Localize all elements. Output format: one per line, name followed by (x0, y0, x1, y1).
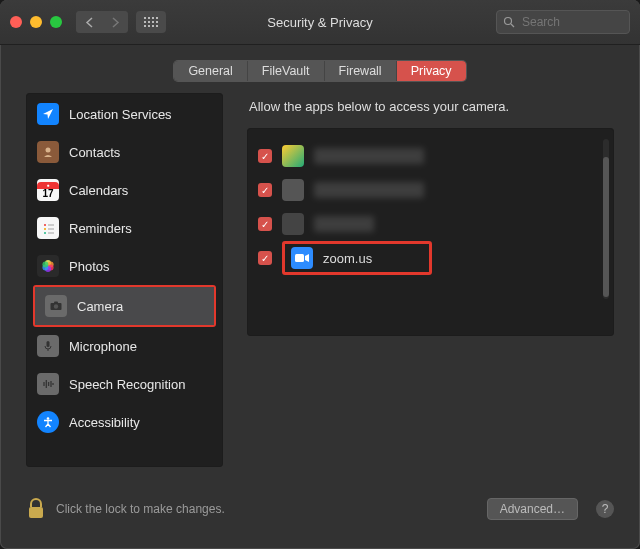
app-name-redacted (314, 216, 374, 232)
svg-rect-2 (152, 17, 154, 19)
svg-rect-3 (156, 17, 158, 19)
calendar-icon: ● 17 (37, 179, 59, 201)
svg-point-19 (44, 232, 46, 234)
svg-point-15 (44, 224, 46, 226)
search-input[interactable] (520, 14, 623, 30)
svg-rect-9 (148, 25, 150, 27)
app-checkbox[interactable]: ✓ (258, 217, 272, 231)
app-icon-redacted (282, 179, 304, 201)
location-arrow-icon (37, 103, 59, 125)
lock-button[interactable] (26, 497, 46, 521)
lock-hint: Click the lock to make changes. (56, 502, 225, 516)
help-button[interactable]: ? (596, 500, 614, 518)
photos-icon (37, 255, 59, 277)
sidebar-item-camera[interactable]: Camera (35, 287, 214, 325)
camera-highlight: Camera (33, 285, 216, 327)
svg-rect-10 (152, 25, 154, 27)
svg-rect-38 (295, 254, 304, 262)
search-icon (503, 16, 515, 28)
sidebar-item-label: Camera (77, 299, 123, 314)
footer: Click the lock to make changes. Advanced… (0, 479, 640, 529)
app-icon-redacted (282, 213, 304, 235)
sidebar-item-location-services[interactable]: Location Services (27, 95, 222, 133)
titlebar: Security & Privacy (0, 0, 640, 45)
sidebar-item-contacts[interactable]: Contacts (27, 133, 222, 171)
svg-rect-16 (48, 224, 54, 225)
app-row[interactable]: ✓ (258, 207, 597, 241)
app-row[interactable]: ✓ (258, 139, 597, 173)
speech-recognition-icon (37, 373, 59, 395)
app-list-scrollbar[interactable] (603, 139, 609, 299)
tab-filevault[interactable]: FileVault (248, 61, 325, 81)
reminders-icon (37, 217, 59, 239)
app-checkbox[interactable]: ✓ (258, 149, 272, 163)
sidebar-item-label: Accessibility (69, 415, 140, 430)
sidebar-item-label: Contacts (69, 145, 120, 160)
preferences-window: Security & Privacy General FileVault Fir… (0, 0, 640, 549)
zoom-icon (291, 247, 313, 269)
svg-rect-6 (152, 21, 154, 23)
svg-rect-0 (144, 17, 146, 19)
app-row[interactable]: ✓ (258, 173, 597, 207)
svg-point-17 (44, 228, 46, 230)
search-field[interactable] (496, 10, 630, 34)
camera-app-list: ✓ ✓ ✓ ✓ (247, 128, 614, 336)
svg-rect-30 (47, 341, 50, 347)
tab-firewall[interactable]: Firewall (325, 61, 397, 81)
svg-rect-18 (48, 228, 54, 229)
close-window-button[interactable] (10, 16, 22, 28)
app-checkbox[interactable]: ✓ (258, 183, 272, 197)
svg-rect-1 (148, 17, 150, 19)
sidebar-item-microphone[interactable]: Microphone (27, 327, 222, 365)
tab-privacy[interactable]: Privacy (397, 61, 466, 81)
svg-rect-28 (54, 302, 58, 304)
tab-general[interactable]: General (174, 61, 247, 81)
sidebar-item-label: Calendars (69, 183, 128, 198)
sidebar-item-photos[interactable]: Photos (27, 247, 222, 285)
sidebar-item-label: Microphone (69, 339, 137, 354)
window-controls (10, 16, 62, 28)
minimize-window-button[interactable] (30, 16, 42, 28)
sidebar-item-reminders[interactable]: Reminders (27, 209, 222, 247)
advanced-button[interactable]: Advanced… (487, 498, 578, 520)
privacy-sidebar: Location Services Contacts ● 17 Calendar… (26, 93, 223, 467)
zoom-highlight: zoom.us (282, 241, 432, 275)
app-icon-redacted (282, 145, 304, 167)
svg-point-12 (505, 18, 512, 25)
tab-bar: General FileVault Firewall Privacy (0, 45, 640, 93)
content-pane: Allow the apps below to access your came… (247, 93, 614, 467)
app-checkbox[interactable]: ✓ (258, 251, 272, 265)
svg-point-29 (54, 304, 58, 308)
svg-rect-20 (48, 232, 54, 233)
sidebar-item-label: Speech Recognition (69, 377, 185, 392)
microphone-icon (37, 335, 59, 357)
app-name-redacted (314, 148, 424, 164)
contacts-icon (37, 141, 59, 163)
nav-buttons (76, 11, 128, 33)
sidebar-item-label: Reminders (69, 221, 132, 236)
svg-point-26 (42, 262, 48, 268)
svg-rect-11 (156, 25, 158, 27)
sidebar-item-label: Location Services (69, 107, 172, 122)
app-row-zoom[interactable]: ✓ zoom.us (258, 241, 597, 275)
svg-rect-4 (144, 21, 146, 23)
content-heading: Allow the apps below to access your came… (247, 93, 614, 128)
svg-point-37 (47, 417, 50, 420)
sidebar-item-speech-recognition[interactable]: Speech Recognition (27, 365, 222, 403)
back-button[interactable] (76, 11, 102, 33)
show-all-button[interactable] (136, 11, 166, 33)
accessibility-icon (37, 411, 59, 433)
sidebar-item-calendars[interactable]: ● 17 Calendars (27, 171, 222, 209)
app-name: zoom.us (323, 251, 372, 266)
svg-rect-5 (148, 21, 150, 23)
sidebar-item-label: Photos (69, 259, 109, 274)
svg-rect-39 (29, 507, 43, 518)
zoom-window-button[interactable] (50, 16, 62, 28)
app-name-redacted (314, 182, 424, 198)
camera-icon (45, 295, 67, 317)
svg-point-14 (46, 148, 51, 153)
svg-rect-7 (156, 21, 158, 23)
svg-line-13 (511, 24, 514, 27)
sidebar-item-accessibility[interactable]: Accessibility (27, 403, 222, 441)
forward-button[interactable] (102, 11, 128, 33)
